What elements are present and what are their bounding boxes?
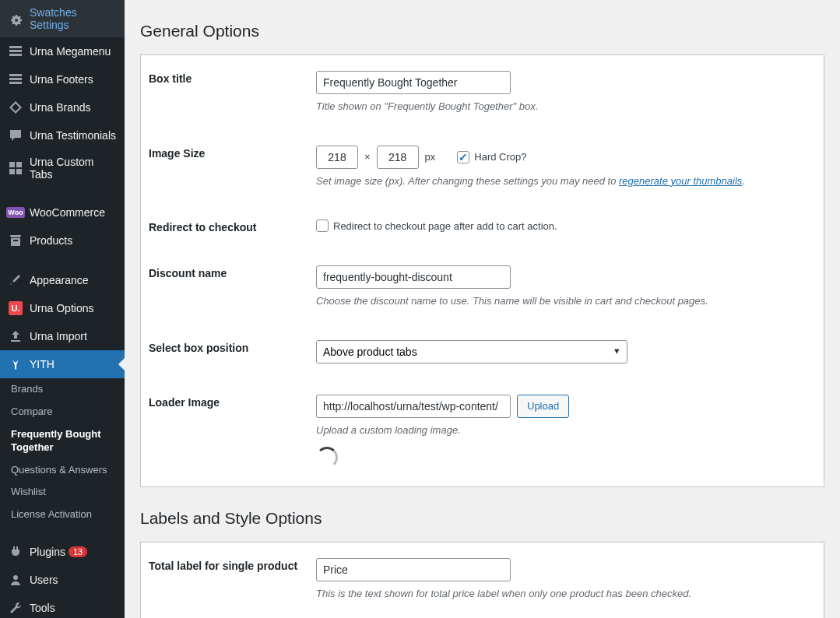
general-options-panel: Box title Title shown on "Frequently Bou…: [140, 54, 824, 487]
menu-users[interactable]: Users: [0, 566, 125, 594]
menu-swatches-settings[interactable]: Swatches Settings: [0, 0, 125, 37]
px-label: px: [425, 151, 436, 163]
upload-button[interactable]: Upload: [517, 395, 569, 418]
menu-label: Urna Import: [30, 330, 87, 342]
menu-urna-megamenu[interactable]: Urna Megamenu: [0, 37, 125, 65]
menu-appearance[interactable]: Appearance: [0, 266, 125, 294]
image-height-input[interactable]: [377, 146, 419, 169]
layout-icon: [8, 44, 23, 59]
submenu-questions-answers[interactable]: Questions & Answers: [0, 459, 125, 482]
field-box-title: Box title Title shown on "Frequently Bou…: [141, 55, 824, 130]
plugin-icon: [8, 544, 23, 560]
redirect-checkbox-wrap[interactable]: Redirect to checkout page after add to c…: [316, 219, 557, 232]
menu-urna-brands[interactable]: Urna Brands: [0, 93, 125, 121]
plugin-update-badge: 13: [69, 546, 87, 557]
loader-image-desc: Upload a custom loading image.: [316, 423, 816, 438]
submenu-brands[interactable]: Brands: [0, 378, 125, 401]
archive-icon: [8, 233, 23, 248]
field-image-size: Image Size × px Hard Crop? Set image siz…: [141, 130, 824, 205]
submenu-compare[interactable]: Compare: [0, 401, 125, 423]
menu-label: Urna Custom Tabs: [30, 156, 118, 181]
field-discount-name: Discount name Choose the discount name t…: [141, 250, 824, 325]
menu-label: Appearance: [30, 274, 89, 286]
menu-urna-footers[interactable]: Urna Footers: [0, 65, 125, 93]
menu-urna-import[interactable]: Urna Import: [0, 322, 125, 350]
image-size-desc: Set image size (px). After changing thes…: [316, 174, 816, 189]
layout-icon: [8, 72, 23, 87]
box-title-desc: Title shown on "Frequently Bought Togeth…: [316, 99, 816, 114]
woocommerce-icon: Woo: [8, 205, 23, 220]
menu-plugins[interactable]: Plugins 13: [0, 538, 125, 566]
select-box-position-label: Select box position: [141, 340, 316, 363]
loader-image-label: Loader Image: [141, 395, 316, 472]
menu-label: Urna Brands: [30, 101, 91, 114]
menu-tools[interactable]: Tools: [0, 594, 125, 618]
loader-image-input[interactable]: [316, 395, 511, 418]
menu-label: Urna Testimonials: [30, 129, 116, 142]
box-title-label: Box title: [141, 71, 316, 114]
tag-icon: [8, 100, 23, 115]
redirect-checkbox-label: Redirect to checkout page after add to c…: [333, 220, 557, 232]
field-redirect-checkout: Redirect to checkout Redirect to checkou…: [141, 204, 824, 250]
section-general-heading: General Options: [140, 16, 824, 47]
menu-urna-custom-tabs[interactable]: Urna Custom Tabs: [0, 149, 125, 187]
hard-crop-checkbox[interactable]: [457, 151, 469, 163]
hard-crop-checkbox-wrap[interactable]: Hard Crop?: [457, 151, 526, 163]
image-width-input[interactable]: [316, 146, 358, 169]
upload-icon: [8, 328, 23, 344]
menu-separator: [0, 191, 125, 195]
discount-name-input[interactable]: [316, 265, 511, 289]
menu-yith[interactable]: YITH: [0, 350, 125, 378]
menu-urna-options[interactable]: U. Urna Options: [0, 294, 125, 322]
menu-label: Urna Footers: [30, 73, 93, 86]
menu-label: Tools: [30, 602, 55, 614]
menu-label: WooCommerce: [30, 206, 105, 219]
loader-spinner-icon: [316, 447, 338, 469]
settings-content: General Options Box title Title shown on…: [125, 0, 840, 618]
field-select-box-position: Select box position Above product tabs: [141, 325, 824, 379]
menu-label: Users: [30, 574, 58, 586]
discount-name-label: Discount name: [141, 265, 316, 309]
submenu-license-activation[interactable]: License Activation: [0, 504, 125, 526]
yith-icon: [8, 356, 23, 372]
field-loader-image: Loader Image Upload Upload a custom load…: [141, 379, 824, 487]
menu-label: Plugins: [30, 546, 65, 558]
admin-sidebar: Swatches Settings Urna Megamenu Urna Foo…: [0, 0, 125, 618]
brush-icon: [8, 272, 23, 288]
chat-icon: [8, 128, 23, 143]
urna-options-icon: U.: [8, 300, 23, 316]
discount-name-desc: Choose the discount name to use. This na…: [316, 293, 816, 309]
menu-label: YITH: [30, 358, 54, 370]
menu-separator: [0, 530, 125, 534]
submenu-frequently-bought-together[interactable]: Frequently Bought Together: [0, 423, 125, 459]
field-total-single: Total label for single product This is t…: [141, 543, 824, 617]
menu-label: Products: [30, 234, 72, 247]
labels-style-panel: Total label for single product This is t…: [140, 542, 824, 618]
total-single-desc: This is the text shown for total price l…: [316, 586, 816, 602]
regenerate-thumbnails-link[interactable]: regenerate your thumbnails: [619, 175, 742, 187]
wrench-icon: [8, 600, 23, 616]
box-title-input[interactable]: [316, 71, 511, 94]
menu-label: Urna Megamenu: [30, 45, 111, 58]
menu-urna-testimonials[interactable]: Urna Testimonials: [0, 121, 125, 149]
hard-crop-label: Hard Crop?: [474, 151, 526, 163]
total-single-input[interactable]: [316, 558, 511, 581]
image-size-label: Image Size: [141, 146, 316, 189]
total-single-label: Total label for single product: [141, 558, 316, 602]
times-symbol: ×: [364, 151, 371, 163]
menu-label: Urna Options: [30, 302, 93, 314]
gear-icon: [8, 11, 23, 26]
select-box-position-select[interactable]: Above product tabs: [316, 340, 627, 363]
menu-woocommerce[interactable]: Woo WooCommerce: [0, 198, 125, 226]
user-icon: [8, 572, 23, 588]
menu-separator: [0, 258, 125, 262]
menu-label: Swatches Settings: [30, 6, 118, 31]
submenu-wishlist[interactable]: Wishlist: [0, 481, 125, 504]
menu-products[interactable]: Products: [0, 226, 125, 255]
grid-icon: [8, 160, 23, 176]
section-labels-heading: Labels and Style Options: [140, 503, 824, 534]
redirect-checkbox[interactable]: [316, 219, 329, 232]
redirect-label: Redirect to checkout: [141, 219, 316, 234]
